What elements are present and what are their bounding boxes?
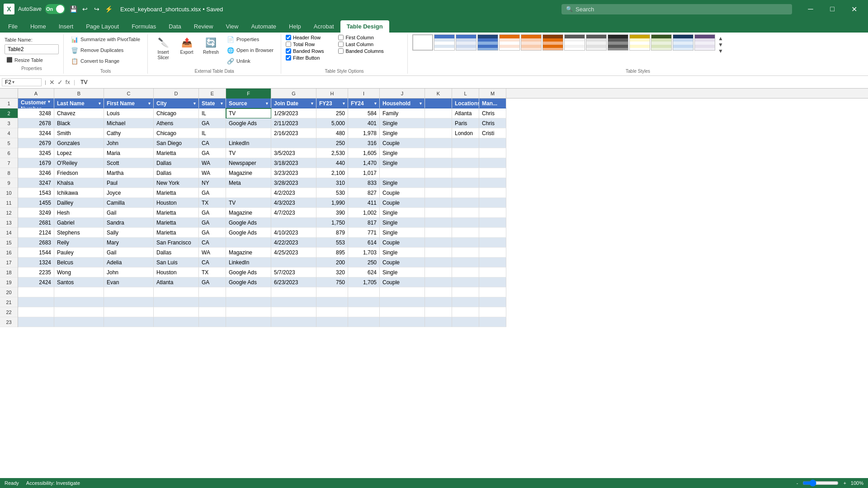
cell-D15[interactable]: San Francisco [154, 238, 199, 248]
cell-G4[interactable]: 2/16/2023 [271, 128, 316, 138]
cell-B6[interactable]: Lopez [54, 148, 104, 158]
cell-B13[interactable]: Gabriel [54, 218, 104, 228]
cell-K5[interactable] [425, 138, 452, 148]
filter-button-option[interactable]: Filter Button [286, 55, 384, 61]
cell-K23[interactable] [425, 317, 452, 327]
cell-B15[interactable]: Reily [54, 238, 104, 248]
cell-J19[interactable]: Couple [380, 277, 425, 287]
cell-K4[interactable] [425, 128, 452, 138]
style-gray-1[interactable] [564, 34, 585, 51]
cell-F7[interactable]: Newspaper [226, 158, 271, 168]
cell-E15[interactable]: CA [199, 238, 226, 248]
cell-M17[interactable] [479, 258, 506, 267]
cell-B3[interactable]: Black [54, 118, 104, 128]
style-blue-1[interactable] [434, 34, 455, 51]
cell-J5[interactable]: Couple [380, 138, 425, 148]
cell-A12[interactable]: 3249 [18, 208, 54, 218]
cell-F22[interactable] [226, 307, 271, 317]
style-orange-2[interactable] [521, 34, 542, 51]
cell-L8[interactable] [452, 168, 479, 178]
cell-G1[interactable]: Join Date▾ [271, 99, 316, 108]
cell-H11[interactable]: 1,990 [316, 198, 348, 208]
cell-J20[interactable] [380, 287, 425, 297]
style-orange-3[interactable] [542, 34, 563, 51]
cell-F20[interactable] [226, 287, 271, 297]
col-header-G[interactable]: G [271, 89, 316, 99]
cell-A17[interactable]: 1324 [18, 258, 54, 267]
cell-K11[interactable] [425, 198, 452, 208]
row-num-18[interactable]: 18 [0, 267, 18, 277]
cell-M19[interactable] [479, 277, 506, 287]
style-green-1[interactable] [651, 34, 672, 51]
cell-D11[interactable]: Houston [154, 198, 199, 208]
row-num-7[interactable]: 7 [0, 158, 18, 168]
cell-F6[interactable]: TV [226, 148, 271, 158]
cell-E4[interactable]: IL [199, 128, 226, 138]
tab-acrobat[interactable]: Acrobat [307, 20, 340, 33]
cell-A3[interactable]: 2678 [18, 118, 54, 128]
cell-I13[interactable]: 817 [348, 218, 380, 228]
col-header-F[interactable]: F [226, 89, 271, 99]
cell-K2[interactable] [425, 108, 452, 118]
cell-J7[interactable]: Single [380, 158, 425, 168]
cell-L14[interactable] [452, 228, 479, 238]
cell-E16[interactable]: WA [199, 248, 226, 258]
cell-G3[interactable]: 2/11/2023 [271, 118, 316, 128]
cell-F12[interactable]: Magazine [226, 208, 271, 218]
cell-D8[interactable]: Dallas [154, 168, 199, 178]
cell-ref-dropdown[interactable]: ▾ [12, 80, 14, 84]
cell-C13[interactable]: Sandra [104, 218, 154, 228]
cell-K14[interactable] [425, 228, 452, 238]
cell-A15[interactable]: 2683 [18, 238, 54, 248]
cell-D7[interactable]: Dallas [154, 158, 199, 168]
cell-A6[interactable]: 3245 [18, 148, 54, 158]
cell-B18[interactable]: Wong [54, 267, 104, 277]
cell-D1[interactable]: City▾ [154, 99, 199, 108]
cell-B20[interactable] [54, 287, 104, 297]
cell-L5[interactable] [452, 138, 479, 148]
col-header-J[interactable]: J [380, 89, 425, 99]
row-num-11[interactable]: 11 [0, 198, 18, 208]
cell-L18[interactable] [452, 267, 479, 277]
cell-F9[interactable]: Meta [226, 178, 271, 188]
first-column-option[interactable]: First Column [338, 35, 383, 40]
cell-C1[interactable]: First Name▾ [104, 99, 154, 108]
row-num-16[interactable]: 16 [0, 248, 18, 258]
cell-E13[interactable]: GA [199, 218, 226, 228]
cell-E12[interactable]: GA [199, 208, 226, 218]
row-num-6[interactable]: 6 [0, 148, 18, 158]
redo-icon[interactable]: ↪ [92, 5, 101, 14]
table-name-input[interactable] [5, 44, 59, 54]
style-blue-3[interactable] [477, 34, 498, 51]
row-num-8[interactable]: 8 [0, 168, 18, 178]
cell-G18[interactable]: 5/7/2023 [271, 267, 316, 277]
cell-G6[interactable]: 3/5/2023 [271, 148, 316, 158]
cell-F15[interactable] [226, 238, 271, 248]
row-num-22[interactable]: 22 [0, 307, 18, 317]
cell-M14[interactable] [479, 228, 506, 238]
cell-J13[interactable]: Single [380, 218, 425, 228]
cell-M5[interactable] [479, 138, 506, 148]
col-header-A[interactable]: A [18, 89, 54, 99]
cell-I19[interactable]: 1,705 [348, 277, 380, 287]
cell-A9[interactable]: 3247 [18, 178, 54, 188]
insert-function-icon[interactable]: fx [66, 79, 70, 85]
cell-C8[interactable]: Martha [104, 168, 154, 178]
cell-I20[interactable] [348, 287, 380, 297]
row-num-10[interactable]: 10 [0, 188, 18, 198]
cell-G8[interactable]: 3/23/2023 [271, 168, 316, 178]
cell-D13[interactable]: Marietta [154, 218, 199, 228]
cell-A14[interactable]: 2124 [18, 228, 54, 238]
cell-K3[interactable] [425, 118, 452, 128]
cell-F14[interactable]: Google Ads [226, 228, 271, 238]
cell-G13[interactable] [271, 218, 316, 228]
cell-K13[interactable] [425, 218, 452, 228]
cell-E6[interactable]: GA [199, 148, 226, 158]
cell-G9[interactable]: 3/28/2023 [271, 178, 316, 188]
cell-K6[interactable] [425, 148, 452, 158]
cell-H8[interactable]: 2,100 [316, 168, 348, 178]
cell-I17[interactable]: 250 [348, 258, 380, 267]
cell-M1[interactable]: Man... [479, 99, 506, 108]
cell-M21[interactable] [479, 297, 506, 307]
cell-J8[interactable] [380, 168, 425, 178]
